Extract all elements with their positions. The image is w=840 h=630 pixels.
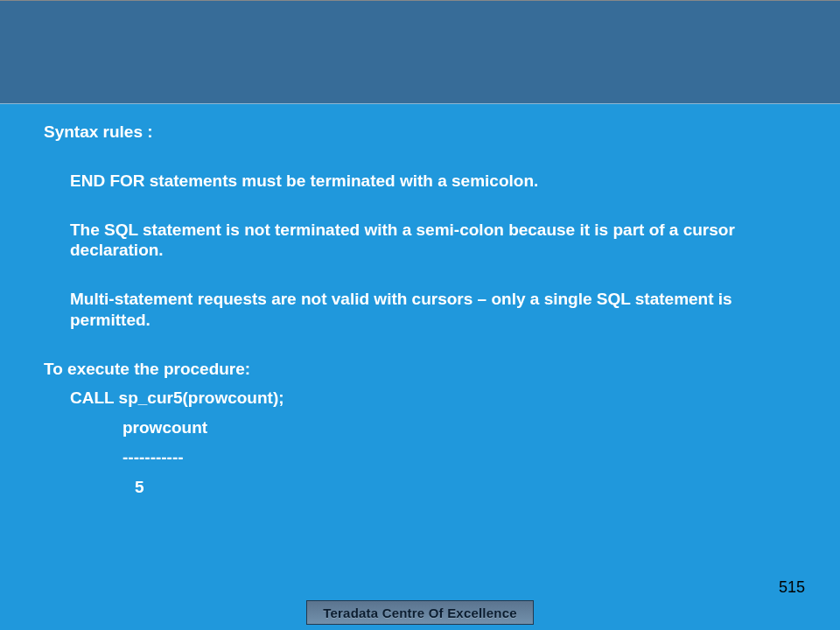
page-number: 515 (779, 578, 805, 597)
result-value: 5 (135, 477, 796, 498)
footer-logo-text: Teradata Centre Of Excellence (323, 606, 516, 620)
result-column: prowcount (122, 417, 796, 438)
footer-logo: Teradata Centre Of Excellence (306, 600, 534, 625)
slide-content: Syntax rules : END FOR statements must b… (0, 104, 840, 497)
slide: Syntax rules : END FOR statements must b… (0, 0, 840, 630)
rule-2: The SQL statement is not terminated with… (70, 220, 796, 262)
slide-title-bar (0, 1, 840, 104)
execute-heading: To execute the procedure: (44, 359, 796, 380)
rule-3: Multi-statement requests are not valid w… (70, 289, 796, 331)
result-separator: ----------- (122, 447, 796, 468)
rule-1: END FOR statements must be terminated wi… (70, 171, 796, 192)
call-line: CALL sp_cur5(prowcount); (70, 388, 796, 409)
syntax-rules-heading: Syntax rules : (44, 122, 796, 143)
